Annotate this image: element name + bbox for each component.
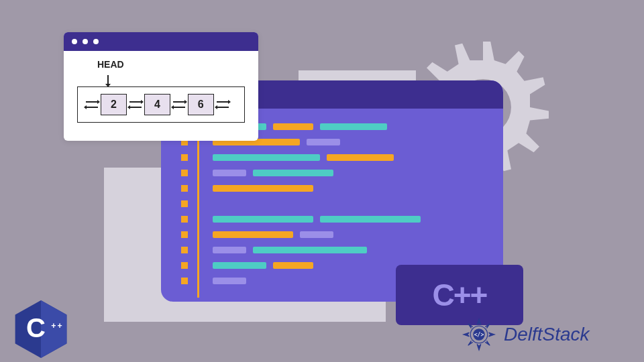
brand-name: DelftStack bbox=[504, 324, 590, 345]
window-dot-icon bbox=[83, 39, 88, 44]
code-token bbox=[273, 262, 313, 269]
code-row bbox=[213, 262, 421, 269]
svg-text:+: + bbox=[58, 321, 62, 330]
svg-text:+: + bbox=[51, 321, 56, 330]
code-row bbox=[213, 154, 421, 161]
code-token bbox=[213, 170, 246, 176]
link-arrows-icon bbox=[214, 101, 231, 108]
link-arrows-icon bbox=[170, 101, 188, 108]
code-token bbox=[213, 154, 320, 161]
line-markers bbox=[181, 123, 188, 298]
head-arrow-icon bbox=[107, 75, 109, 85]
cpp-hex-logo-icon: C + + bbox=[15, 300, 67, 358]
code-token bbox=[320, 216, 421, 223]
code-row bbox=[213, 185, 421, 192]
window-dot-icon bbox=[72, 39, 77, 44]
code-row bbox=[213, 247, 421, 253]
code-token bbox=[273, 123, 313, 130]
code-token bbox=[213, 231, 293, 238]
linked-list-body: HEAD 2 4 6 bbox=[64, 51, 258, 131]
list-node: 6 bbox=[188, 94, 214, 115]
code-token bbox=[253, 170, 333, 176]
delftstack-mandala-icon: </> bbox=[460, 315, 498, 354]
code-token bbox=[213, 262, 266, 269]
list-node: 2 bbox=[101, 94, 127, 115]
code-row bbox=[213, 200, 421, 207]
linked-list-window: HEAD 2 4 6 bbox=[64, 32, 258, 141]
svg-text:</>: </> bbox=[474, 331, 484, 338]
linked-list-titlebar bbox=[64, 32, 258, 51]
cpp-badge-label: C++ bbox=[433, 277, 487, 313]
code-row bbox=[213, 170, 421, 176]
code-token bbox=[307, 139, 340, 145]
code-token bbox=[213, 247, 246, 253]
head-label: HEAD bbox=[97, 59, 245, 70]
window-dot-icon bbox=[93, 39, 99, 44]
code-gutter-line bbox=[197, 123, 199, 298]
linked-list-container: 2 4 6 bbox=[77, 86, 245, 123]
code-token bbox=[253, 247, 367, 253]
code-lines bbox=[213, 123, 421, 298]
link-arrows-icon bbox=[83, 101, 101, 108]
code-token bbox=[213, 278, 246, 284]
code-token bbox=[300, 231, 333, 238]
code-token bbox=[213, 185, 313, 192]
code-token bbox=[327, 154, 394, 161]
code-row bbox=[213, 278, 421, 284]
code-token bbox=[320, 123, 387, 130]
code-token bbox=[213, 216, 313, 223]
code-row bbox=[213, 216, 421, 223]
delftstack-logo: </> DelftStack bbox=[460, 315, 590, 354]
list-node: 4 bbox=[144, 94, 170, 115]
svg-text:C: C bbox=[26, 313, 46, 343]
code-row bbox=[213, 231, 421, 238]
link-arrows-icon bbox=[127, 101, 144, 108]
